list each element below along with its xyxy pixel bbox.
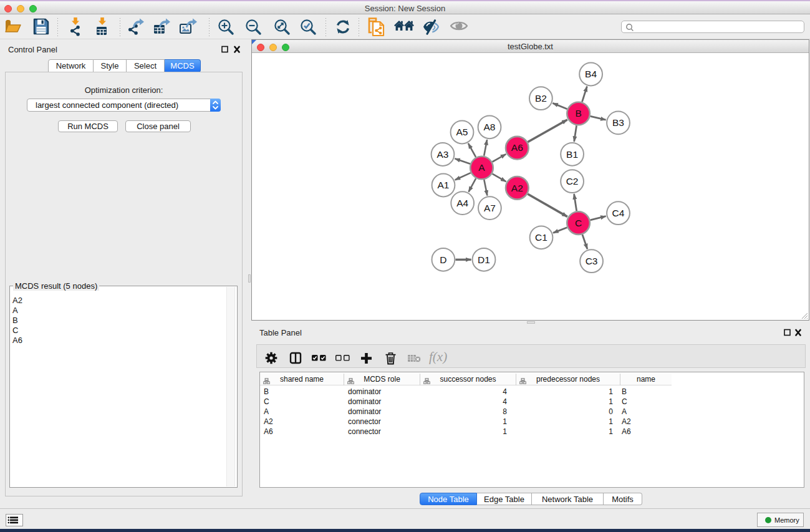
svg-text:B1: B1	[566, 149, 578, 160]
svg-text:B3: B3	[612, 117, 624, 128]
svg-text:B4: B4	[585, 69, 597, 79]
svg-text:D: D	[440, 254, 446, 265]
svg-text:A2: A2	[511, 183, 523, 193]
svg-text:C3: C3	[586, 256, 598, 266]
svg-text:A7: A7	[484, 203, 496, 213]
svg-text:A5: A5	[456, 127, 468, 137]
svg-text:B: B	[575, 108, 581, 118]
svg-text:A3: A3	[437, 149, 449, 160]
svg-text:A6: A6	[511, 142, 523, 153]
svg-text:D1: D1	[478, 254, 490, 265]
svg-text:A1: A1	[438, 180, 450, 190]
svg-text:B2: B2	[535, 93, 547, 104]
svg-text:C1: C1	[535, 232, 547, 243]
svg-text:C: C	[575, 218, 582, 228]
svg-text:A: A	[478, 162, 485, 173]
svg-text:C4: C4	[612, 208, 625, 218]
svg-text:C2: C2	[566, 176, 579, 186]
svg-text:A4: A4	[456, 198, 468, 208]
svg-text:A8: A8	[484, 122, 496, 132]
